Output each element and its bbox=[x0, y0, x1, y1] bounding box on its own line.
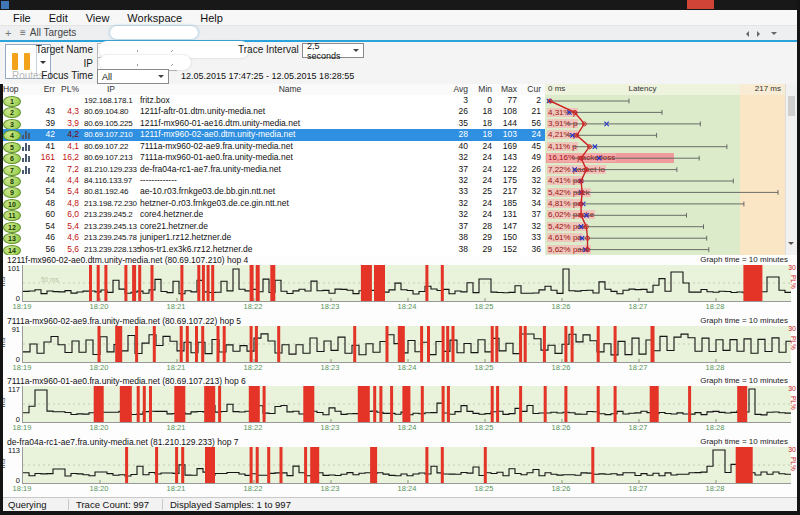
scroll-down-icon[interactable] bbox=[788, 234, 795, 252]
err-cell: 54 bbox=[30, 221, 55, 232]
scrollbar-thumb[interactable] bbox=[788, 96, 795, 116]
loss-label: 7,22% packet lo bbox=[547, 165, 606, 174]
menu-file[interactable]: File bbox=[4, 12, 40, 24]
tab-scroll-left-icon[interactable] bbox=[743, 31, 749, 37]
column-header-ip[interactable]: IP bbox=[84, 84, 138, 94]
x-tick-label: 18:24 bbox=[392, 363, 422, 372]
avg-cell: 32 bbox=[442, 152, 468, 163]
x-tick-label: 18:28 bbox=[700, 423, 730, 432]
ip-cell: 192.168.178.1 bbox=[84, 95, 133, 106]
cur-cell: 49 bbox=[517, 152, 541, 163]
graph-plot[interactable] bbox=[22, 386, 791, 423]
name-cell: 1211f-aftr-01.dtm.unity-media.net bbox=[140, 106, 265, 117]
menu-workspace[interactable]: Workspace bbox=[118, 12, 191, 24]
name-cell: 1211f-mx960-02-ae0.dtm.unity-media.net bbox=[140, 129, 295, 140]
column-header-cur[interactable]: Cur bbox=[517, 84, 541, 94]
err-cell: 46 bbox=[30, 232, 55, 243]
graph-title: 7111a-mx960-01-ae0.fra.unity-media.net (… bbox=[7, 376, 246, 386]
loss-label: 5,42% pack bbox=[547, 188, 591, 197]
x-tick-label: 18:22 bbox=[238, 484, 268, 493]
latency-overview-chart bbox=[545, 95, 785, 255]
table-row-hop-13[interactable]: 13464,6213.239.245.78juniper1.rz12.hetzn… bbox=[0, 232, 545, 243]
column-header-hop[interactable]: Hop bbox=[3, 84, 19, 94]
ip-cell: 80.69.107.22 bbox=[84, 141, 128, 152]
hop-number-badge: 3 bbox=[3, 119, 21, 130]
loss-label: 4,61% pa bbox=[547, 233, 583, 242]
avg-cell: 26 bbox=[442, 106, 468, 117]
max-cell: 143 bbox=[493, 152, 517, 163]
table-row-hop-5[interactable]: 5414,180.69.107.227111a-mx960-02-ae9.fra… bbox=[0, 141, 545, 152]
packet-loss-cell: 3,9 bbox=[56, 118, 79, 129]
menu-help[interactable]: Help bbox=[191, 12, 232, 24]
ip-cell: 80.69.107.213 bbox=[84, 152, 133, 163]
table-row-hop-7[interactable]: 7727,281.210.129.233de-fra04a-rc1-ae7.fr… bbox=[0, 164, 545, 175]
tab-all-targets-label: All Targets bbox=[30, 27, 77, 38]
x-tick-label: 18:21 bbox=[161, 484, 191, 493]
latency-chart-area[interactable]: 4,31% p3,91% p4,21% p4,11% p16,16% packe… bbox=[545, 95, 785, 255]
table-row-hop-10[interactable]: 10484,8213.198.72.230hetzner-0.r03.frnkg… bbox=[0, 198, 545, 209]
column-header-avg[interactable]: Avg bbox=[442, 84, 468, 94]
name-cell: juniper1.rz12.hetzner.de bbox=[140, 232, 231, 243]
table-row-hop-14[interactable]: 14565,6213.239.228.135hos-tr1.ex3k6.rz12… bbox=[0, 244, 545, 255]
table-row-hop-12[interactable]: 12545,4213.239.245.13core21.hetzner.de37… bbox=[0, 221, 545, 232]
packet-loss-cell: 4,2 bbox=[56, 129, 79, 140]
cur-cell: 36 bbox=[517, 244, 541, 255]
column-header-err[interactable]: Err bbox=[30, 84, 55, 94]
cur-cell: 33 bbox=[517, 232, 541, 243]
cur-cell: 45 bbox=[517, 141, 541, 152]
graph-plot[interactable] bbox=[22, 326, 791, 363]
cur-cell: 32 bbox=[517, 175, 541, 186]
trace-interval-select[interactable]: 2,5 seconds bbox=[302, 43, 364, 58]
min-cell: 24 bbox=[468, 198, 492, 209]
graph-plot[interactable] bbox=[22, 447, 791, 484]
menu-view[interactable]: View bbox=[77, 12, 119, 24]
x-tick-label: 18:28 bbox=[700, 484, 730, 493]
x-tick-label: 18:19 bbox=[7, 302, 37, 311]
table-row-hop-1[interactable]: 1192.168.178.1fritz.box30772 bbox=[0, 95, 545, 106]
max-cell: 152 bbox=[493, 244, 517, 255]
loss-label: 5,62% pack bbox=[547, 245, 591, 254]
x-tick-label: 18:24 bbox=[392, 423, 422, 432]
window-border bbox=[0, 84, 3, 511]
x-tick-label: 18:26 bbox=[546, 484, 576, 493]
pause-icon bbox=[12, 53, 18, 70]
tab-all-targets[interactable]: ≡ All Targets bbox=[20, 27, 76, 38]
focus-time-select[interactable]: All bbox=[97, 69, 169, 84]
tab-scroll-right-icon[interactable] bbox=[757, 31, 763, 37]
column-header-max[interactable]: Max bbox=[493, 84, 517, 94]
table-row-hop-3[interactable]: 3393,980.69.105.2251211f-mx960-01-ae16.d… bbox=[0, 118, 545, 129]
name-cell: 7111a-mx960-01-ae0.fra.unity-media.net bbox=[140, 152, 293, 163]
chevron-down-icon[interactable] bbox=[40, 53, 46, 71]
x-tick-label: 18:28 bbox=[700, 363, 730, 372]
err-cell: 161 bbox=[30, 152, 55, 163]
window-close-button[interactable] bbox=[687, 0, 714, 9]
graph-plot[interactable]: 50 ms bbox=[22, 265, 791, 302]
tab-list-dropdown-icon[interactable] bbox=[771, 32, 777, 38]
pause-icon bbox=[24, 53, 30, 70]
column-header-pl[interactable]: PL% bbox=[56, 84, 79, 94]
table-row-hop-4[interactable]: 4424,280.69.107.2101211f-mx960-02-ae0.dt… bbox=[0, 129, 545, 140]
window-border bbox=[0, 511, 800, 515]
table-row-hop-9[interactable]: 9545,480.81.192.46ae-10.r03.frnkge03.de.… bbox=[0, 186, 545, 197]
menu-edit[interactable]: Edit bbox=[40, 12, 77, 24]
add-tab-button[interactable]: + bbox=[5, 27, 11, 39]
table-row-hop-8[interactable]: 8444,484.116.133.97-------------32241753… bbox=[0, 175, 545, 186]
ip-cell: 213.239.245.78 bbox=[84, 232, 137, 243]
x-tick-label: 18:23 bbox=[315, 423, 345, 432]
name-cell: ------------- bbox=[140, 175, 177, 186]
vertical-scrollbar[interactable] bbox=[785, 84, 797, 255]
err-cell: 42 bbox=[30, 129, 55, 140]
column-header-name[interactable]: Name bbox=[140, 84, 440, 94]
x-tick-label: 18:27 bbox=[623, 423, 653, 432]
table-row-hop-6[interactable]: 616116,280.69.107.2137111a-mx960-01-ae0.… bbox=[0, 152, 545, 163]
packet-loss-cell: 4,1 bbox=[56, 141, 79, 152]
table-row-hop-11[interactable]: 11606,0213.239.245.2core4.hetzner.de3224… bbox=[0, 209, 545, 220]
table-row-hop-2[interactable]: 2434,380.69.104.801211f-aftr-01.dtm.unit… bbox=[0, 106, 545, 117]
tab-target-censored[interactable] bbox=[110, 26, 198, 39]
pl-axis-max-label: 30 bbox=[788, 264, 796, 271]
err-cell: 41 bbox=[30, 141, 55, 152]
ip-cell: 213.239.228.135 bbox=[84, 244, 141, 255]
divider bbox=[68, 499, 69, 510]
packet-loss-cell: 4,6 bbox=[56, 232, 79, 243]
column-header-min[interactable]: Min bbox=[468, 84, 492, 94]
